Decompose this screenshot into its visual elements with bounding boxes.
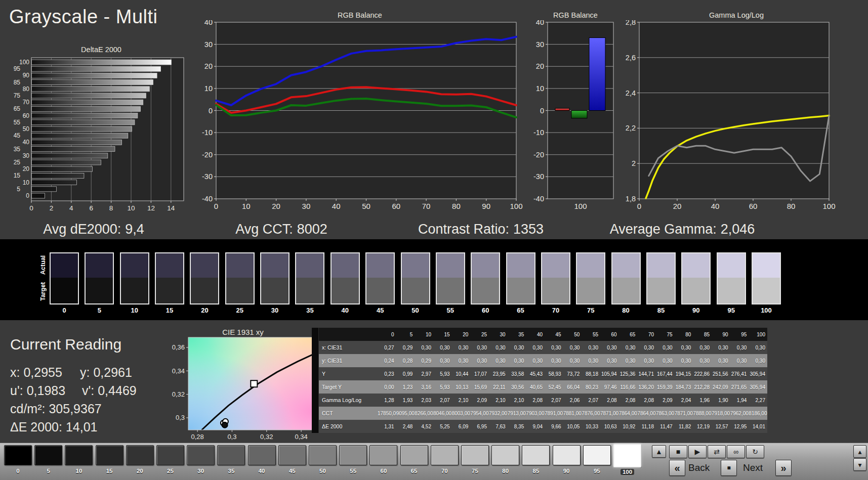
level-label: 100 bbox=[613, 469, 641, 475]
table-cell: 276,41 bbox=[730, 371, 749, 377]
table-cell: 1,94 bbox=[730, 398, 749, 403]
table-cell: 0,30 bbox=[489, 345, 508, 351]
level-button-65[interactable] bbox=[400, 445, 428, 465]
level-button-35[interactable] bbox=[217, 445, 245, 465]
reading-y: y:0,2961 bbox=[80, 365, 132, 380]
level-button-100[interactable] bbox=[613, 444, 641, 467]
svg-text:5: 5 bbox=[17, 186, 20, 193]
gray-swatch-70 bbox=[541, 252, 570, 304]
svg-text:20: 20 bbox=[23, 165, 30, 172]
target-swatch bbox=[612, 278, 640, 303]
table-cell: 97,46 bbox=[600, 384, 619, 390]
svg-text:30: 30 bbox=[204, 40, 213, 49]
table-cell: 0,30 bbox=[433, 358, 452, 364]
svg-text:55: 55 bbox=[14, 119, 21, 126]
table-cell: 0,30 bbox=[637, 345, 656, 351]
table-cell: 116,66 bbox=[619, 384, 638, 390]
level-label: 75 bbox=[461, 468, 489, 474]
table-cell: 0,30 bbox=[619, 345, 638, 351]
cie-chart-plot: 0,360,340,320,30,280,30,320,34 bbox=[167, 324, 319, 441]
corner-up-button[interactable]: ▴ bbox=[853, 445, 866, 458]
level-button-60[interactable] bbox=[369, 445, 397, 465]
level-label: 0 bbox=[4, 468, 32, 474]
level-button-80[interactable] bbox=[491, 445, 519, 465]
table-row-label: Target Y bbox=[319, 384, 378, 390]
refresh-button[interactable]: ↻ bbox=[746, 445, 764, 458]
expand-toolbar-button[interactable]: ▲ bbox=[652, 445, 666, 458]
table-cell: 7891,00 bbox=[545, 411, 563, 416]
level-button-50[interactable] bbox=[309, 445, 337, 465]
gray-swatch-label: 100 bbox=[752, 307, 781, 314]
level-button-45[interactable] bbox=[278, 445, 306, 465]
svg-text:0,28: 0,28 bbox=[191, 433, 203, 441]
table-cell: 0,30 bbox=[452, 358, 471, 364]
gray-swatch-75 bbox=[576, 252, 605, 304]
svg-text:20: 20 bbox=[673, 202, 682, 210]
actual-swatch bbox=[612, 253, 640, 278]
table-cell: 7876,00 bbox=[582, 411, 600, 416]
stop-square-button[interactable]: ■ bbox=[721, 460, 737, 476]
svg-text:80: 80 bbox=[23, 85, 30, 93]
svg-text:90: 90 bbox=[482, 202, 490, 210]
back-chevron-button[interactable]: « bbox=[669, 460, 685, 476]
corner-down-button[interactable]: ▾ bbox=[853, 458, 866, 471]
svg-text:2,2: 2,2 bbox=[626, 124, 636, 132]
table-cell: 1,31 bbox=[378, 424, 396, 429]
level-button-70[interactable] bbox=[431, 445, 459, 465]
svg-text:100: 100 bbox=[510, 202, 522, 210]
level-button-25[interactable] bbox=[156, 445, 184, 465]
table-cell: 3,16 bbox=[415, 384, 433, 390]
table-cell: 10,44 bbox=[452, 371, 471, 377]
level-button-20[interactable] bbox=[126, 445, 154, 465]
level-button-10[interactable] bbox=[65, 445, 93, 465]
level-button-95[interactable] bbox=[583, 445, 611, 465]
next-button[interactable]: Next bbox=[743, 462, 763, 473]
table-cell: 7881,00 bbox=[563, 411, 582, 416]
table-cell: 251,56 bbox=[712, 371, 730, 377]
svg-text:10: 10 bbox=[204, 84, 213, 93]
stat-avg-de2000: Avg dE2000:9,4 bbox=[43, 222, 144, 237]
level-button-5[interactable] bbox=[34, 445, 62, 465]
table-cell: 222,86 bbox=[693, 371, 712, 377]
table-cell: 0,30 bbox=[600, 358, 619, 364]
svg-text:35: 35 bbox=[14, 146, 21, 153]
actual-swatch bbox=[542, 253, 569, 278]
next-chevron-button[interactable]: » bbox=[775, 460, 792, 476]
svg-text:2,6: 2,6 bbox=[626, 54, 636, 62]
back-button[interactable]: Back bbox=[688, 462, 710, 473]
target-swatch bbox=[577, 278, 604, 303]
table-cell: 17,07 bbox=[470, 371, 489, 377]
table-row-label: y: CIE31 bbox=[319, 358, 378, 364]
table-cell: 6,95 bbox=[470, 424, 489, 429]
play-button[interactable]: ▶ bbox=[688, 445, 707, 458]
table-cell: 0,29 bbox=[396, 345, 415, 351]
target-swatch bbox=[86, 278, 113, 303]
table-header-cell: 40 bbox=[526, 332, 545, 337]
level-button-30[interactable] bbox=[187, 445, 215, 465]
target-swatch bbox=[191, 278, 218, 303]
calibration-window: Grayscale - Multi DeltaE 2000 1009590858… bbox=[0, 0, 868, 480]
level-button-55[interactable] bbox=[339, 445, 367, 465]
target-swatch bbox=[51, 278, 78, 303]
level-button-75[interactable] bbox=[461, 445, 489, 465]
level-label: 45 bbox=[278, 468, 306, 474]
level-button-0[interactable] bbox=[4, 445, 32, 465]
gray-swatch-label: 65 bbox=[506, 307, 535, 314]
table-cell: 17850,00 bbox=[378, 411, 396, 416]
target-swatch bbox=[472, 278, 499, 303]
level-label: 70 bbox=[431, 468, 459, 474]
level-button-85[interactable] bbox=[522, 445, 550, 465]
svg-text:4: 4 bbox=[69, 204, 73, 212]
table-splitter[interactable] bbox=[312, 328, 319, 433]
level-button-90[interactable] bbox=[553, 445, 581, 465]
svg-text:8: 8 bbox=[109, 204, 113, 212]
loop-button[interactable]: ∞ bbox=[727, 445, 745, 458]
table-cell: 0,30 bbox=[452, 345, 471, 351]
swap-button[interactable]: ⇄ bbox=[708, 445, 726, 458]
stop-button[interactable]: ■ bbox=[669, 445, 687, 458]
table-row-label: CCT bbox=[319, 410, 378, 416]
table-cell: 10,63 bbox=[600, 424, 619, 429]
level-button-40[interactable] bbox=[248, 445, 276, 465]
level-button-15[interactable] bbox=[96, 445, 123, 465]
table-cell: 2,07 bbox=[582, 398, 600, 403]
